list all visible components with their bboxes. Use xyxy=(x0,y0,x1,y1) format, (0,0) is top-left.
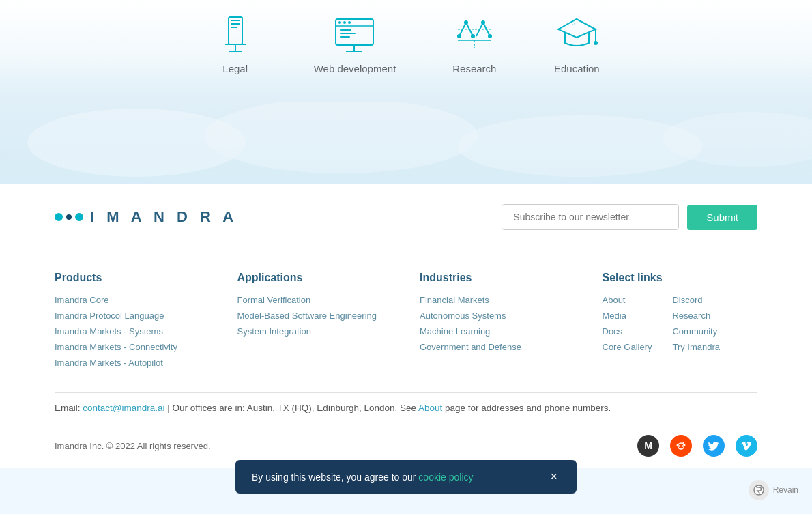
svg-rect-7 xyxy=(336,19,373,45)
cookie-policy-link[interactable]: cookie policy xyxy=(418,472,473,483)
revain-badge[interactable]: Revain xyxy=(749,480,798,500)
applications-column: Applications Formal Verification Model-B… xyxy=(237,272,393,373)
footer-link-try-imandra[interactable]: Try Imandra xyxy=(672,342,720,352)
about-link[interactable]: About xyxy=(418,403,442,413)
footer-link-protocol[interactable]: Imandra Protocol Language xyxy=(55,311,210,321)
footer-link-model-based[interactable]: Model-Based Software Engineering xyxy=(237,311,393,321)
research-icon xyxy=(450,14,498,55)
cloud-section xyxy=(0,102,812,184)
email-address[interactable]: contact@imandra.ai xyxy=(83,403,164,413)
svg-point-24 xyxy=(471,34,475,38)
footer-link-about[interactable]: About xyxy=(603,295,652,305)
footer-link-markets-systems[interactable]: Imandra Markets - Systems xyxy=(55,326,210,337)
footer-link-financial[interactable]: Financial Markets xyxy=(420,295,575,305)
email-section: Email: contact@imandra.ai | Our offices … xyxy=(0,387,812,424)
svg-point-25 xyxy=(481,20,485,25)
newsletter-form: Submit xyxy=(502,204,757,230)
email-middle: | Our offices are in: Austin, TX (HQ), E… xyxy=(165,403,418,413)
svg-point-11 xyxy=(348,21,351,24)
footer-link-docs[interactable]: Docs xyxy=(603,326,652,337)
svg-point-31 xyxy=(594,41,598,45)
newsletter-section: I M A N D R A Submit xyxy=(0,184,812,251)
svg-rect-3 xyxy=(231,27,237,28)
reddit-icon[interactable] xyxy=(670,435,692,457)
revain-label: Revain xyxy=(773,485,798,495)
education-card: Education xyxy=(553,14,600,74)
svg-rect-12 xyxy=(340,29,351,31)
footer-links: Products Imandra Core Imandra Protocol L… xyxy=(0,251,812,387)
top-icons-section: Legal Web development xyxy=(0,0,812,102)
copyright: Imandra Inc. © 2022 All rights reserved. xyxy=(55,441,211,451)
vimeo-icon[interactable] xyxy=(736,435,757,457)
svg-point-9 xyxy=(338,21,341,24)
footer-link-media[interactable]: Media xyxy=(603,311,652,321)
cookie-bar: By using this website, you agree to our … xyxy=(235,460,577,494)
logo-dot-2 xyxy=(66,214,72,220)
svg-point-10 xyxy=(343,21,346,24)
footer-link-markets-autopilot[interactable]: Imandra Markets - Autopilot xyxy=(55,358,210,368)
products-header: Products xyxy=(55,272,210,284)
email-prefix: Email: xyxy=(55,403,83,413)
select-links-column: Select links About Media Docs Core Galle… xyxy=(603,272,758,373)
svg-point-39 xyxy=(678,445,680,446)
svg-point-26 xyxy=(488,34,492,38)
svg-rect-2 xyxy=(231,23,240,25)
newsletter-input[interactable] xyxy=(502,204,679,230)
email-suffix: page for addresses and phone numbers. xyxy=(442,403,611,413)
svg-point-40 xyxy=(682,445,683,446)
svg-rect-14 xyxy=(340,36,350,38)
select-links-grid: About Media Docs Core Gallery Discord Re… xyxy=(603,295,758,358)
svg-point-23 xyxy=(464,20,468,25)
webdev-icon xyxy=(331,14,379,55)
footer-link-community[interactable]: Community xyxy=(672,326,720,337)
products-column: Products Imandra Core Imandra Protocol L… xyxy=(55,272,210,373)
select-links-col1: About Media Docs Core Gallery xyxy=(603,295,652,358)
cookie-close-button[interactable]: × xyxy=(547,470,560,484)
footer-link-discord[interactable]: Discord xyxy=(672,295,720,305)
applications-header: Applications xyxy=(237,272,393,284)
legal-icon xyxy=(212,14,259,55)
legal-card: Legal xyxy=(212,14,259,74)
industries-column: Industries Financial Markets Autonomous … xyxy=(420,272,575,373)
research-label: Research xyxy=(452,63,496,74)
footer-link-imandra-core[interactable]: Imandra Core xyxy=(55,295,210,305)
select-links-col2: Discord Research Community Try Imandra xyxy=(672,295,720,358)
svg-point-45 xyxy=(754,485,764,495)
submit-button[interactable]: Submit xyxy=(687,205,757,230)
medium-icon[interactable]: M xyxy=(637,435,659,457)
footer-link-system-integration[interactable]: System Integration xyxy=(237,326,393,337)
footer-link-government[interactable]: Government and Defense xyxy=(420,342,575,352)
twitter-icon[interactable] xyxy=(703,435,725,457)
logo-text: I M A N D R A xyxy=(90,208,237,226)
svg-rect-13 xyxy=(340,33,356,34)
cookie-text: By using this website, you agree to our … xyxy=(252,472,539,483)
footer-link-autonomous[interactable]: Autonomous Systems xyxy=(420,311,575,321)
select-links-header: Select links xyxy=(603,272,758,284)
education-icon xyxy=(553,14,600,55)
svg-point-42 xyxy=(683,442,684,444)
imandra-logo: I M A N D R A xyxy=(55,208,237,226)
logo-dot-3 xyxy=(75,213,83,221)
revain-icon xyxy=(749,480,769,500)
svg-point-44 xyxy=(677,444,679,446)
logo-dot-1 xyxy=(55,213,63,221)
webdev-card: Web development xyxy=(314,14,396,74)
svg-point-43 xyxy=(684,444,686,446)
logo-dots xyxy=(55,213,83,221)
social-icons: M xyxy=(637,435,757,457)
webdev-label: Web development xyxy=(314,63,396,74)
education-label: Education xyxy=(554,63,600,74)
svg-marker-29 xyxy=(558,19,596,38)
research-card: Research xyxy=(450,14,498,74)
footer-link-core-gallery[interactable]: Core Gallery xyxy=(603,342,652,352)
svg-point-22 xyxy=(457,34,461,38)
svg-point-34 xyxy=(205,102,478,173)
svg-line-32 xyxy=(572,23,577,25)
footer-link-formal[interactable]: Formal Verification xyxy=(237,295,393,305)
svg-rect-1 xyxy=(231,20,240,21)
footer-link-ml[interactable]: Machine Learning xyxy=(420,326,575,337)
industries-header: Industries xyxy=(420,272,575,284)
footer-link-markets-connectivity[interactable]: Imandra Markets - Connectivity xyxy=(55,342,210,352)
footer-link-research[interactable]: Research xyxy=(672,311,720,321)
legal-label: Legal xyxy=(222,63,248,74)
